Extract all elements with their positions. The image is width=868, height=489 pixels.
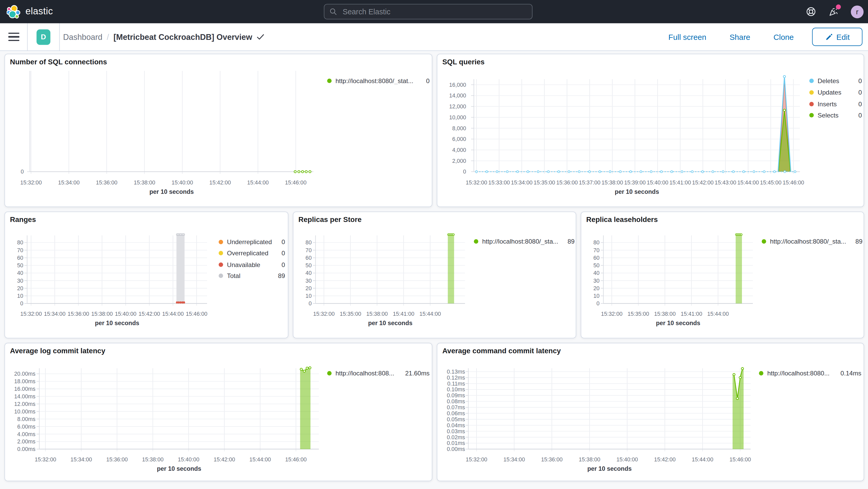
- y-tick-label: 0.10ms: [447, 386, 465, 393]
- y-tick-label: 40: [17, 270, 24, 276]
- legend-item[interactable]: Deletes0: [809, 77, 862, 85]
- legend-series-label: Total: [227, 273, 241, 279]
- x-tick-label: 15:40:00: [172, 180, 193, 186]
- legend-item[interactable]: http://localhost:8080/_sta...89: [762, 237, 863, 246]
- legend-item[interactable]: http://localhost:8080/_stat...0: [327, 77, 429, 85]
- legend-series-label: http://localhost:8080/_sta...: [482, 238, 558, 245]
- x-tick-label: 15:38:00: [579, 456, 600, 463]
- user-avatar[interactable]: r: [851, 5, 864, 18]
- legend-item[interactable]: Total89: [219, 271, 285, 280]
- x-tick-label: 15:42:00: [692, 180, 714, 186]
- legend-item[interactable]: Unavailable0: [219, 260, 285, 269]
- divider: [59, 23, 60, 51]
- menu-icon[interactable]: [8, 32, 20, 41]
- y-tick-label: 20: [593, 285, 599, 292]
- y-tick-label: 6,000: [452, 136, 466, 142]
- legend-item[interactable]: Inserts0: [809, 99, 862, 109]
- x-tick-label: 15:44:00: [737, 180, 759, 186]
- y-tick-label: 0.06ms: [447, 410, 465, 417]
- x-tick-label: 15:38:00: [91, 311, 113, 317]
- x-tick-label: 15:36:00: [68, 311, 89, 317]
- newsfeed-button[interactable]: [828, 6, 839, 17]
- legend-item[interactable]: Overreplicated0: [219, 249, 285, 258]
- chart-legend: http://localhost:8080/_sta...89: [762, 237, 863, 246]
- y-tick-label: 16,000: [449, 82, 466, 88]
- panel-sql-queries: SQL queries 15:32:0015:33:0015:34:0015:3…: [437, 54, 864, 207]
- x-tick-label: 15:41:00: [681, 311, 702, 317]
- legend-series-value: 0: [858, 78, 862, 84]
- x-tick-label: 15:41:00: [393, 311, 414, 317]
- legend-item[interactable]: Updates0: [809, 88, 862, 97]
- legend-series-dot: [219, 262, 223, 267]
- y-tick-label: 16.00ms: [14, 386, 36, 392]
- breadcrumb-dashboard-link[interactable]: Dashboard: [63, 32, 102, 41]
- x-axis-title: per 10 seconds: [615, 188, 659, 195]
- panel-title: Ranges: [10, 215, 36, 224]
- chart-canvas-replicas-per-store[interactable]: 15:32:0015:35:0015:38:0015:41:0015:44:00…: [293, 212, 576, 338]
- legend-series-dot: [759, 371, 763, 375]
- y-tick-label: 0.04ms: [447, 422, 465, 429]
- y-tick-label: 0.13ms: [447, 369, 465, 375]
- edit-button[interactable]: Edit: [812, 28, 863, 46]
- dashboard-app-badge: D: [36, 29, 50, 45]
- x-tick-label: 15:35:00: [340, 311, 361, 317]
- elastic-home-link[interactable]: elastic: [0, 5, 53, 19]
- x-tick-label: 15:45:00: [760, 180, 781, 186]
- legend-series-dot: [762, 239, 766, 244]
- legend-item[interactable]: Underreplicated0: [219, 238, 285, 246]
- x-tick-label: 15:44:00: [247, 180, 269, 186]
- legend-series-dot: [219, 251, 223, 255]
- legend-item[interactable]: http://localhost:8080/_sta...89: [474, 237, 575, 246]
- pencil-icon: [825, 33, 833, 41]
- legend-item[interactable]: http://localhost:808...21.60ms: [327, 369, 429, 378]
- chart-legend: http://localhost:8080/_sta...89: [474, 237, 575, 246]
- full-screen-button[interactable]: Full screen: [657, 32, 718, 41]
- legend-series-dot: [219, 274, 223, 278]
- kibana-dashboard-page: elastic: [0, 0, 868, 489]
- breadcrumb: Dashboard / [Metricbeat CockroachDB] Ove…: [63, 32, 264, 41]
- legend-series-dot: [809, 90, 814, 95]
- x-tick-label: 15:35:00: [534, 180, 555, 186]
- x-tick-label: 15:32:00: [313, 311, 335, 317]
- x-tick-label: 15:43:00: [715, 180, 736, 186]
- legend-item[interactable]: Selects0: [809, 111, 862, 120]
- x-axis-title: per 10 seconds: [656, 320, 700, 327]
- y-tick-label: 0.12ms: [447, 375, 465, 381]
- y-tick-label: 2,000: [452, 158, 466, 164]
- x-axis-title: per 10 seconds: [95, 320, 139, 327]
- y-tick-label: 70: [306, 247, 312, 253]
- x-tick-label: 15:35:00: [628, 311, 649, 317]
- y-tick-label: 4.00ms: [17, 431, 35, 437]
- help-button[interactable]: [806, 6, 817, 17]
- chart-canvas-replica-leaseholders[interactable]: 15:32:0015:35:0015:38:0015:41:0015:44:00…: [581, 212, 864, 338]
- x-axis-title: per 10 seconds: [368, 320, 412, 327]
- y-tick-label: 0.00ms: [447, 446, 465, 452]
- x-tick-label: 15:36:00: [541, 456, 563, 463]
- chart-canvas-avg-log-commit-latency[interactable]: 15:32:0015:34:0015:36:0015:38:0015:40:00…: [5, 343, 432, 481]
- y-tick-label: 40: [306, 270, 312, 276]
- chart-area: 15:32:0015:35:0015:38:0015:41:0015:44:00…: [581, 212, 864, 338]
- y-tick-label: 50: [306, 262, 312, 269]
- y-tick-label: 50: [593, 262, 599, 269]
- chart-area: 15:32:0015:33:0015:34:0015:35:0015:36:00…: [437, 54, 864, 207]
- y-tick-label: 0.01ms: [447, 440, 465, 446]
- y-tick-label: 12,000: [449, 103, 466, 110]
- x-tick-label: 15:42:00: [654, 456, 676, 463]
- chart-canvas-sql-queries[interactable]: 15:32:0015:33:0015:34:0015:35:0015:36:00…: [437, 54, 864, 207]
- chart-canvas-avg-command-commit-latency[interactable]: 15:32:0015:34:0015:36:0015:38:0015:40:00…: [437, 343, 864, 481]
- y-tick-label: 0: [309, 300, 312, 307]
- legend-item[interactable]: http://localhost:8080...0.14ms: [759, 369, 861, 378]
- legend-series-value: 0.14ms: [840, 370, 861, 377]
- share-button[interactable]: Share: [718, 32, 762, 41]
- panel-title: Number of SQL connections: [10, 58, 107, 66]
- global-search-bar[interactable]: [324, 4, 532, 20]
- panel-title: SQL queries: [442, 58, 485, 66]
- chart-legend: Underreplicated0Overreplicated0Unavailab…: [219, 238, 285, 283]
- dashboard-title-menu[interactable]: [Metricbeat CockroachDB] Overview: [114, 32, 264, 41]
- y-tick-label: 10: [593, 293, 599, 299]
- breadcrumb-separator: /: [107, 32, 109, 41]
- x-tick-label: 15:42:00: [209, 180, 231, 186]
- search-input[interactable]: [342, 7, 527, 17]
- clone-button[interactable]: Clone: [762, 32, 805, 41]
- x-tick-label: 15:46:00: [730, 456, 751, 463]
